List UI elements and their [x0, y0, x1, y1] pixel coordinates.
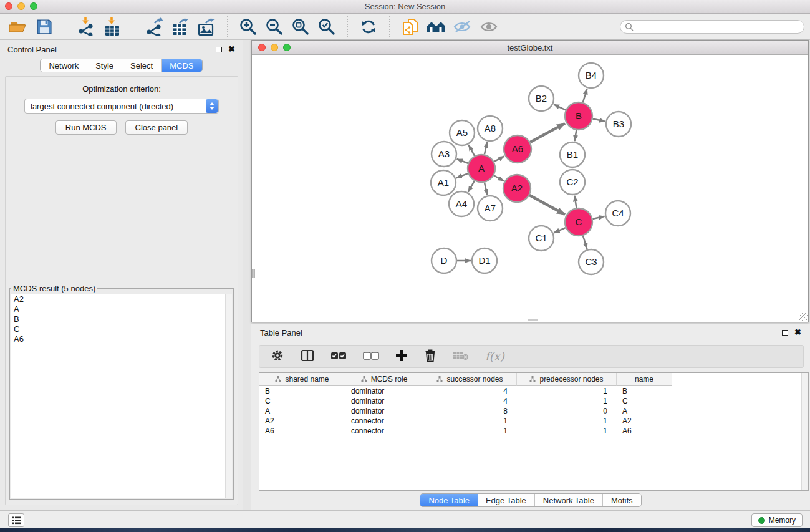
select-all-columns-button[interactable] — [330, 351, 347, 362]
node-B2[interactable]: B2 — [529, 86, 554, 111]
network-close-button[interactable] — [258, 44, 266, 51]
table-cell[interactable]: 1 — [517, 427, 617, 435]
node-C2[interactable]: C2 — [560, 170, 585, 195]
show-all-button[interactable] — [478, 16, 499, 37]
node-A4[interactable]: A4 — [449, 191, 474, 216]
first-neighbors-button[interactable] — [426, 16, 447, 37]
export-table-button[interactable] — [170, 16, 191, 37]
column-header-MCDS-role[interactable]: MCDS role — [345, 373, 423, 386]
node-C[interactable]: C — [565, 208, 592, 236]
result-item[interactable]: A2 — [11, 294, 232, 304]
table-cell[interactable]: 8 — [423, 407, 517, 415]
maximize-window-button[interactable] — [30, 2, 37, 10]
table-cell[interactable]: dominator — [345, 387, 423, 395]
result-scrollbar[interactable] — [225, 294, 232, 498]
edge-A-A2[interactable] — [494, 175, 504, 181]
refresh-button[interactable] — [358, 16, 379, 37]
node-A1[interactable]: A1 — [431, 170, 456, 195]
edge-B-B1[interactable] — [575, 130, 577, 142]
open-session-button[interactable] — [7, 16, 29, 37]
table-row[interactable]: A6connector11A6 — [259, 426, 808, 436]
show-column-button[interactable] — [301, 349, 314, 364]
optimization-criterion-dropdown[interactable]: largest connected component (directed) — [24, 99, 219, 114]
node-B3[interactable]: B3 — [606, 112, 631, 137]
table-cell[interactable]: A6 — [259, 427, 345, 435]
network-window-titlebar[interactable]: testGlobe.txt — [252, 41, 808, 55]
node-A3[interactable]: A3 — [432, 142, 456, 167]
delete-column-button[interactable] — [424, 349, 436, 365]
node-B4[interactable]: B4 — [579, 63, 604, 88]
table-cell[interactable]: 1 — [517, 397, 617, 405]
result-item[interactable]: A6 — [11, 334, 232, 344]
edge-A-A3[interactable] — [457, 159, 468, 163]
column-header-successor-nodes[interactable]: successor nodes — [423, 373, 517, 386]
table-cell[interactable]: A2 — [259, 417, 345, 425]
node-A[interactable]: A — [468, 155, 495, 182]
table-cell[interactable]: dominator — [345, 397, 423, 405]
table-cell[interactable]: A — [259, 407, 345, 415]
run-mcds-button[interactable]: Run MCDS — [55, 120, 117, 135]
tab-mcds[interactable]: MCDS — [162, 59, 201, 72]
table-row[interactable]: Adominator80A — [259, 406, 808, 416]
deselect-all-columns-button[interactable] — [363, 351, 379, 362]
network-vertical-scroll-thumb[interactable] — [252, 269, 255, 278]
tab-edge-table[interactable]: Edge Table — [478, 494, 535, 506]
tab-network-table[interactable]: Network Table — [535, 494, 603, 506]
zoom-selected-button[interactable] — [316, 16, 337, 37]
node-D1[interactable]: D1 — [472, 248, 497, 273]
window-resize-grip[interactable] — [799, 313, 808, 321]
column-header-predecessor-nodes[interactable]: predecessor nodes — [517, 373, 617, 386]
table-cell[interactable]: 1 — [517, 417, 617, 425]
node-B[interactable]: B — [565, 102, 592, 130]
edge-A-A6[interactable] — [494, 156, 504, 162]
column-header-shared-name[interactable]: shared name — [259, 373, 345, 386]
mcds-result-list[interactable]: A2ABCA6 — [11, 294, 232, 498]
close-window-button[interactable] — [5, 2, 12, 10]
table-cell[interactable]: 4 — [423, 387, 517, 395]
tab-network[interactable]: Network — [41, 59, 87, 72]
zoom-fit-button[interactable] — [290, 16, 311, 37]
table-settings-button[interactable] — [271, 349, 284, 365]
table-cell[interactable]: C — [617, 397, 672, 405]
table-cell[interactable]: B — [617, 387, 672, 395]
close-panel-button[interactable]: Close panel — [125, 120, 188, 135]
table-cell[interactable]: connector — [345, 427, 423, 435]
table-cell[interactable]: 1 — [423, 427, 517, 435]
save-session-button[interactable] — [34, 16, 55, 37]
tab-style[interactable]: Style — [87, 59, 122, 72]
result-item[interactable]: A — [11, 304, 232, 314]
node-D[interactable]: D — [432, 248, 456, 273]
edge-C-C4[interactable] — [592, 216, 604, 219]
table-cell[interactable]: A — [617, 407, 672, 415]
table-row[interactable]: A2connector11A2 — [259, 416, 808, 426]
table-cell[interactable]: C — [259, 397, 345, 405]
hide-selected-button[interactable] — [452, 16, 473, 37]
network-horizontal-scroll-thumb[interactable] — [528, 319, 538, 321]
table-row[interactable]: Cdominator41C — [259, 396, 808, 406]
network-maximize-button[interactable] — [283, 44, 291, 51]
edge-A6-B[interactable] — [530, 123, 565, 142]
table-cell[interactable]: 1 — [517, 387, 617, 395]
edge-C-C1[interactable] — [554, 228, 566, 233]
result-item[interactable]: C — [11, 324, 232, 334]
node-C1[interactable]: C1 — [529, 226, 554, 251]
tab-motifs[interactable]: Motifs — [603, 494, 641, 506]
export-image-button[interactable] — [196, 16, 217, 37]
table-cell[interactable]: A6 — [617, 427, 672, 435]
edge-B-B2[interactable] — [554, 104, 566, 110]
function-builder-button[interactable]: f(x) — [485, 350, 504, 363]
edge-A-A4[interactable] — [468, 181, 475, 192]
close-panel-icon[interactable]: ✖ — [228, 46, 235, 52]
node-A7[interactable]: A7 — [478, 196, 503, 221]
result-item[interactable]: B — [11, 314, 232, 324]
table-cell[interactable]: A2 — [617, 417, 672, 425]
edge-A2-C[interactable] — [529, 195, 565, 215]
zoom-in-button[interactable] — [238, 16, 259, 37]
table-cell[interactable]: 0 — [517, 407, 617, 415]
edge-A-A1[interactable] — [456, 173, 468, 178]
import-network-button[interactable] — [75, 16, 97, 37]
node-A8[interactable]: A8 — [478, 116, 503, 141]
task-history-button[interactable] — [8, 513, 24, 527]
node-C3[interactable]: C3 — [579, 249, 604, 274]
edge-B-B4[interactable] — [583, 89, 587, 102]
